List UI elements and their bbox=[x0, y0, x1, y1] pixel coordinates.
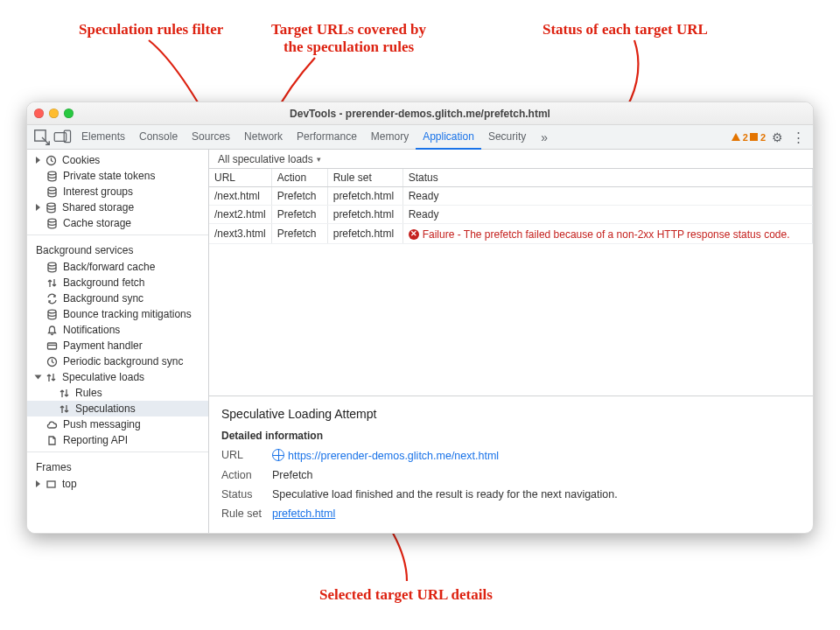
sidebar-item-label: Push messaging bbox=[63, 418, 141, 430]
bell-icon bbox=[46, 325, 58, 336]
sidebar-item-label: Payment handler bbox=[63, 340, 143, 352]
sidebar-item-periodic-background-sync[interactable]: Periodic background sync bbox=[27, 354, 208, 369]
sidebar-item-bounce-tracking-mitigations[interactable]: Bounce tracking mitigations bbox=[27, 306, 208, 322]
annotation-targets: Target URLs covered by the speculation r… bbox=[271, 21, 426, 57]
cell-status: ✕Failure - The prefetch failed because o… bbox=[402, 224, 812, 244]
speculation-detail-panel: Speculative Loading Attempt Detailed inf… bbox=[209, 396, 813, 527]
cloud-icon bbox=[46, 419, 58, 430]
annotation-details: Selected target URL details bbox=[319, 586, 493, 604]
cell-action: Prefetch bbox=[271, 224, 327, 244]
warnings-badge[interactable]: 2 bbox=[732, 132, 748, 143]
detail-ruleset-link[interactable]: prefetch.html bbox=[272, 508, 335, 520]
sidebar-item-label: Interest groups bbox=[63, 186, 133, 198]
detail-url-value: https://prerender-demos.glitch.me/next.h… bbox=[272, 449, 801, 462]
sidebar-item-notifications[interactable]: Notifications bbox=[27, 322, 208, 338]
tab-security[interactable]: Security bbox=[481, 124, 533, 149]
tab-elements[interactable]: Elements bbox=[74, 124, 132, 149]
sidebar-item-speculations[interactable]: Speculations bbox=[27, 401, 208, 416]
caret-icon bbox=[36, 157, 40, 164]
column-header-url[interactable]: URL bbox=[209, 169, 271, 187]
card-icon bbox=[46, 340, 58, 352]
sidebar-item-label: Back/forward cache bbox=[63, 261, 155, 273]
titlebar: DevTools - prerender-demos.glitch.me/pre… bbox=[27, 102, 813, 125]
db-icon bbox=[46, 262, 58, 273]
column-header-rule-set[interactable]: Rule set bbox=[327, 169, 402, 187]
annotation-status: Status of each target URL bbox=[542, 21, 708, 38]
svg-rect-10 bbox=[48, 343, 57, 349]
tab-performance[interactable]: Performance bbox=[290, 124, 364, 149]
svg-point-4 bbox=[48, 172, 56, 175]
speculation-filter-dropdown[interactable]: All speculative loads bbox=[214, 152, 325, 166]
annotation-filter: Speculation rules filter bbox=[79, 21, 223, 38]
db-icon bbox=[46, 309, 58, 320]
svg-point-6 bbox=[47, 203, 55, 206]
sidebar-item-label: Bounce tracking mitigations bbox=[63, 308, 192, 320]
cell-ruleset: prefetch.html bbox=[327, 187, 402, 206]
sidebar-item-shared-storage[interactable]: Shared storage bbox=[27, 200, 208, 215]
cell-action: Prefetch bbox=[271, 206, 327, 224]
cell-url: /next3.html bbox=[209, 224, 271, 244]
sidebar-item-cache-storage[interactable]: Cache storage bbox=[27, 215, 208, 231]
updown-icon bbox=[59, 388, 70, 399]
db-icon bbox=[46, 218, 58, 229]
sidebar-item-label: Cookies bbox=[62, 154, 100, 166]
sidebar-item-label: Shared storage bbox=[62, 201, 134, 214]
table-row[interactable]: /next3.htmlPrefetchprefetch.html✕Failure… bbox=[209, 224, 813, 244]
tab-application[interactable]: Application bbox=[416, 125, 481, 150]
cell-url: /next.html bbox=[209, 187, 271, 206]
cell-ruleset: prefetch.html bbox=[327, 206, 402, 224]
detail-ruleset-label: Rule set bbox=[221, 508, 272, 520]
sidebar-item-cookies[interactable]: Cookies bbox=[27, 152, 208, 168]
caret-icon bbox=[36, 480, 40, 487]
sidebar-item-speculative-loads[interactable]: Speculative loads bbox=[27, 369, 208, 385]
sidebar-item-background-sync[interactable]: Background sync bbox=[27, 290, 208, 306]
cell-url: /next2.html bbox=[209, 206, 271, 224]
sidebar-section-frames: Frames bbox=[27, 456, 208, 476]
tab-memory[interactable]: Memory bbox=[364, 124, 416, 149]
sidebar-item-label: Reporting API bbox=[63, 434, 128, 446]
table-row[interactable]: /next.htmlPrefetchprefetch.htmlReady bbox=[209, 187, 813, 206]
sidebar-item-push-messaging[interactable]: Push messaging bbox=[27, 416, 208, 432]
tabs-overflow-icon[interactable] bbox=[535, 128, 554, 147]
sidebar-item-reporting-api[interactable]: Reporting API bbox=[27, 432, 208, 448]
messages-badge[interactable]: 2 bbox=[750, 132, 766, 143]
table-row[interactable]: /next2.htmlPrefetchprefetch.htmlReady bbox=[209, 206, 813, 224]
caret-icon bbox=[35, 375, 42, 380]
sidebar-item-top[interactable]: top bbox=[27, 476, 208, 492]
inspect-icon[interactable] bbox=[32, 128, 52, 147]
sidebar-item-private-state-tokens[interactable]: Private state tokens bbox=[27, 168, 208, 184]
sidebar-item-background-fetch[interactable]: Background fetch bbox=[27, 275, 208, 290]
sidebar-item-label: Rules bbox=[75, 387, 102, 399]
device-toggle-icon[interactable] bbox=[53, 128, 73, 147]
db-icon bbox=[46, 171, 58, 182]
sidebar-section-background-services: Background services bbox=[27, 239, 208, 259]
updown-icon bbox=[46, 277, 58, 289]
more-icon[interactable] bbox=[788, 128, 808, 147]
sync-icon bbox=[46, 293, 58, 304]
sidebar: CookiesPrivate state tokensInterest grou… bbox=[27, 150, 209, 533]
detail-url-link[interactable]: https://prerender-demos.glitch.me/next.h… bbox=[288, 450, 499, 462]
settings-icon[interactable] bbox=[767, 128, 787, 147]
tab-network[interactable]: Network bbox=[237, 124, 290, 149]
detail-status-value: Speculative load finished and the result… bbox=[272, 488, 801, 500]
cell-action: Prefetch bbox=[271, 187, 327, 206]
sidebar-item-payment-handler[interactable]: Payment handler bbox=[27, 338, 208, 354]
svg-point-9 bbox=[48, 310, 56, 313]
column-header-action[interactable]: Action bbox=[271, 169, 327, 187]
tab-sources[interactable]: Sources bbox=[185, 124, 237, 149]
detail-status-label: Status bbox=[221, 488, 272, 500]
detail-action-label: Action bbox=[221, 469, 272, 481]
column-header-status[interactable]: Status bbox=[402, 169, 812, 187]
detail-title: Speculative Loading Attempt bbox=[221, 407, 801, 421]
tab-console[interactable]: Console bbox=[132, 124, 185, 149]
error-icon: ✕ bbox=[409, 229, 419, 240]
sidebar-item-back-forward-cache[interactable]: Back/forward cache bbox=[27, 259, 208, 275]
clock-icon bbox=[46, 356, 58, 368]
cell-status: Ready bbox=[402, 206, 812, 224]
sidebar-item-interest-groups[interactable]: Interest groups bbox=[27, 184, 208, 200]
toolbar: ElementsConsoleSourcesNetworkPerformance… bbox=[27, 125, 813, 150]
sidebar-item-rules[interactable]: Rules bbox=[27, 385, 208, 401]
updown-icon bbox=[46, 372, 57, 383]
updown-icon bbox=[59, 403, 70, 415]
cell-ruleset: prefetch.html bbox=[327, 224, 402, 244]
